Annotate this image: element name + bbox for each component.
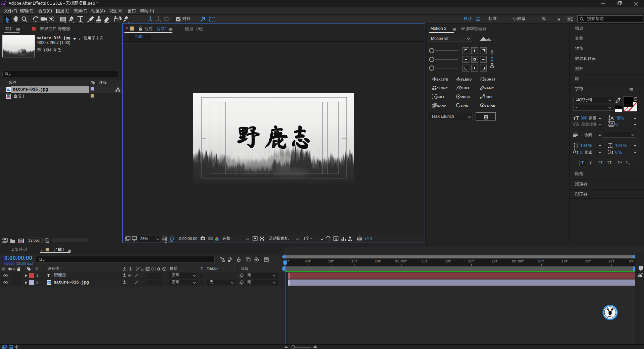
svg-text:fx: fx [141,267,144,271]
